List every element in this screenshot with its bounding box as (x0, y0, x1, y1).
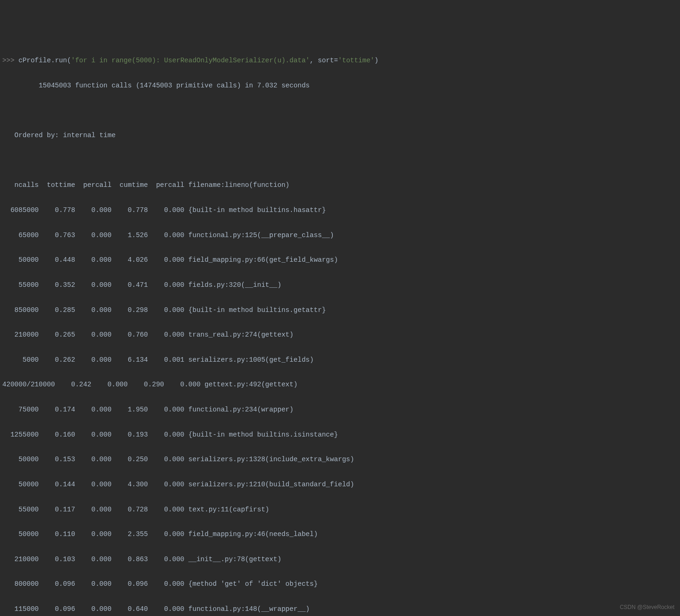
table-row: 210000 0.265 0.000 0.760 0.000 trans_rea… (2, 329, 678, 341)
command-line: >>> cProfile.run('for i in range(5000): … (2, 54, 678, 67)
string-arg-2: 'tottime' (338, 57, 374, 64)
code-prefix: cProfile.run( (19, 57, 71, 64)
code-sep: , sort= (310, 57, 338, 64)
table-row: 5000 0.262 0.000 6.134 0.001 serializers… (2, 354, 678, 366)
table-row: 6085000 0.778 0.000 0.778 0.000 {built-i… (2, 204, 678, 217)
table-row: 850000 0.285 0.000 0.298 0.000 {built-in… (2, 304, 678, 317)
table-row: 55000 0.117 0.000 0.728 0.000 text.py:11… (2, 503, 678, 516)
ordered-by-line: Ordered by: internal time (2, 129, 678, 142)
table-row: 50000 0.448 0.000 4.026 0.000 field_mapp… (2, 254, 678, 266)
code-suffix: ) (375, 57, 379, 64)
watermark: CSDN @SteveRocket (620, 602, 674, 612)
table-row: 50000 0.110 0.000 2.355 0.000 field_mapp… (2, 528, 678, 541)
blank-line (2, 105, 678, 117)
table-row: 1255000 0.160 0.000 0.193 0.000 {built-i… (2, 429, 678, 441)
table-row: 420000/210000 0.242 0.000 0.290 0.000 ge… (2, 378, 678, 391)
table-row: 75000 0.174 0.000 1.950 0.000 functional… (2, 404, 678, 416)
table-row: 55000 0.352 0.000 0.471 0.000 fields.py:… (2, 279, 678, 291)
blank-line (2, 154, 678, 167)
table-row: 50000 0.144 0.000 4.300 0.000 serializer… (2, 478, 678, 491)
table-row: 65000 0.763 0.000 1.526 0.000 functional… (2, 229, 678, 242)
table-header: ncalls tottime percall cumtime percall f… (2, 179, 678, 192)
repl-prompt: >>> (2, 57, 19, 64)
summary-line: 15045003 function calls (14745003 primit… (2, 79, 678, 92)
table-row: 800000 0.096 0.000 0.096 0.000 {method '… (2, 578, 678, 590)
table-row: 115000 0.096 0.000 0.640 0.000 functiona… (2, 603, 678, 616)
string-arg-1: 'for i in range(5000): UserReadOnlyModel… (71, 57, 310, 64)
table-row: 210000 0.103 0.000 0.863 0.000 __init__.… (2, 553, 678, 566)
table-row: 50000 0.153 0.000 0.250 0.000 serializer… (2, 453, 678, 466)
